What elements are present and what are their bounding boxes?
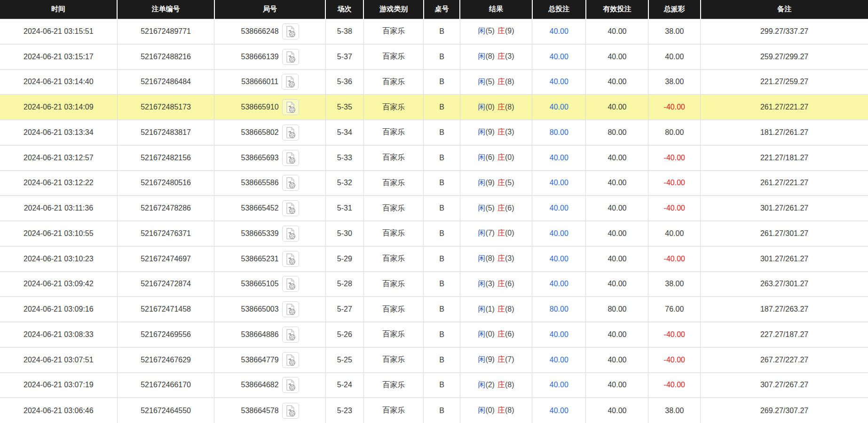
video-replay-button[interactable]: [282, 150, 299, 166]
video-replay-button[interactable]: [282, 49, 299, 65]
valid-bet-value: 80.00: [608, 305, 626, 313]
payout-value: 40.00: [665, 229, 684, 237]
video-replay-button[interactable]: [282, 74, 299, 90]
bet-id: 521672485173: [141, 103, 191, 111]
cell-table-no: B: [424, 145, 460, 171]
cell-payout: 38.00: [648, 70, 701, 95]
player-score: (2): [485, 381, 495, 389]
total-bet-link[interactable]: 40.00: [550, 229, 568, 237]
payout-value: 40.00: [665, 53, 684, 61]
video-replay-button[interactable]: [282, 24, 299, 39]
table-row[interactable]: 2024-06-21 03:12:22 521672480516 5386655…: [0, 171, 868, 196]
bet-time: 2024-06-21 03:07:19: [24, 381, 94, 389]
total-bet-link[interactable]: 40.00: [550, 255, 568, 263]
payout-value: 38.00: [665, 27, 684, 35]
total-bet-link[interactable]: 40.00: [550, 280, 568, 288]
cell-table-no: B: [424, 94, 460, 120]
total-bet-link[interactable]: 40.00: [550, 330, 568, 338]
cell-time: 2024-06-21 03:14:09: [0, 94, 117, 120]
cell-result: 闲(2)庄(8): [460, 373, 532, 398]
session-number: 5-35: [337, 103, 352, 111]
column-header-valid_bet: 有效投注: [586, 0, 648, 19]
column-header-label: 有效投注: [603, 5, 631, 13]
total-bet-link[interactable]: 40.00: [550, 78, 568, 86]
game-type: 百家乐: [382, 381, 405, 389]
table-row[interactable]: 2024-06-21 03:09:42 521672472874 5386651…: [0, 272, 868, 297]
valid-bet-value: 40.00: [608, 78, 626, 86]
cell-game-type: 百家乐: [363, 171, 423, 196]
table-row[interactable]: 2024-06-21 03:06:46 521672464550 5386645…: [0, 398, 868, 423]
cell-session: 5-30: [325, 221, 363, 246]
video-file-icon: [285, 101, 296, 113]
player-score: (5): [485, 204, 495, 212]
video-replay-button[interactable]: [282, 125, 299, 141]
video-replay-button[interactable]: [282, 403, 299, 419]
total-bet-link[interactable]: 40.00: [550, 381, 568, 389]
cell-valid-bet: 40.00: [586, 19, 648, 44]
table-row[interactable]: 2024-06-21 03:15:51 521672489771 5386662…: [0, 19, 868, 44]
total-bet-link[interactable]: 40.00: [550, 407, 568, 415]
cell-bet-id: 521672476371: [117, 221, 214, 246]
table-row[interactable]: 2024-06-21 03:08:33 521672469556 5386648…: [0, 322, 868, 347]
player-label: 闲: [478, 406, 485, 414]
cell-time: 2024-06-21 03:07:51: [0, 347, 117, 373]
session-number: 5-30: [337, 229, 352, 237]
cell-payout: 40.00: [648, 221, 701, 246]
round-number: 538665339: [241, 229, 279, 238]
column-header-bet_id: 注单编号: [117, 0, 214, 19]
video-replay-button[interactable]: [282, 251, 299, 267]
cell-payout: -40.00: [648, 171, 701, 196]
cell-remark: 261.27/221.27: [701, 94, 868, 120]
cell-payout: -40.00: [648, 246, 701, 272]
round-number: 538665586: [241, 179, 279, 187]
total-bet-link[interactable]: 40.00: [550, 27, 568, 35]
cell-round: 538665231: [214, 246, 325, 272]
remark-value: 261.27/301.27: [760, 229, 808, 237]
player-label: 闲: [478, 128, 485, 136]
session-number: 5-24: [337, 381, 352, 389]
total-bet-link[interactable]: 80.00: [550, 305, 568, 313]
video-replay-button[interactable]: [282, 99, 299, 115]
table-row[interactable]: 2024-06-21 03:10:23 521672474697 5386652…: [0, 246, 868, 272]
banker-score: (8): [505, 381, 514, 389]
player-label: 闲: [478, 229, 485, 237]
remark-value: 181.27/261.27: [760, 128, 808, 136]
banker-label: 庄: [497, 153, 505, 161]
round-number: 538665452: [241, 204, 279, 212]
cell-result: 闲(0)庄(6): [460, 322, 532, 347]
table-row[interactable]: 2024-06-21 03:13:34 521672483817 5386658…: [0, 120, 868, 145]
cell-round: 538665693: [214, 145, 325, 171]
video-replay-button[interactable]: [282, 327, 299, 343]
table-row[interactable]: 2024-06-21 03:14:40 521672486484 5386660…: [0, 70, 868, 95]
cell-session: 5-28: [325, 272, 363, 297]
total-bet-link[interactable]: 40.00: [550, 356, 568, 364]
cell-table-no: B: [424, 373, 460, 398]
total-bet-link[interactable]: 40.00: [550, 204, 568, 212]
table-row[interactable]: 2024-06-21 03:15:17 521672488216 5386661…: [0, 44, 868, 70]
total-bet-link[interactable]: 40.00: [550, 53, 568, 61]
video-replay-button[interactable]: [282, 352, 299, 368]
session-number: 5-23: [337, 407, 352, 415]
bet-time: 2024-06-21 03:06:46: [24, 407, 94, 415]
cell-total-bet: 40.00: [532, 347, 586, 373]
video-replay-button[interactable]: [282, 226, 299, 242]
table-row[interactable]: 2024-06-21 03:07:51 521672467629 5386647…: [0, 347, 868, 373]
table-row[interactable]: 2024-06-21 03:09:16 521672471458 5386650…: [0, 297, 868, 322]
table-row[interactable]: 2024-06-21 03:10:55 521672476371 5386653…: [0, 221, 868, 246]
video-replay-button[interactable]: [282, 301, 299, 317]
table-row[interactable]: 2024-06-21 03:07:19 521672466170 5386646…: [0, 373, 868, 398]
table-row[interactable]: 2024-06-21 03:14:09 521672485173 5386659…: [0, 94, 868, 120]
cell-session: 5-25: [325, 347, 363, 373]
video-replay-button[interactable]: [282, 200, 299, 216]
total-bet-link[interactable]: 40.00: [550, 154, 568, 162]
table-row[interactable]: 2024-06-21 03:12:57 521672482156 5386656…: [0, 145, 868, 171]
total-bet-link[interactable]: 40.00: [550, 179, 568, 187]
cell-time: 2024-06-21 03:15:17: [0, 44, 117, 70]
video-replay-button[interactable]: [282, 377, 299, 393]
total-bet-link[interactable]: 80.00: [550, 128, 568, 136]
total-bet-link[interactable]: 40.00: [550, 103, 568, 111]
game-type: 百家乐: [382, 355, 405, 363]
video-replay-button[interactable]: [282, 175, 299, 191]
table-row[interactable]: 2024-06-21 03:11:36 521672478286 5386654…: [0, 196, 868, 221]
video-replay-button[interactable]: [282, 276, 299, 292]
